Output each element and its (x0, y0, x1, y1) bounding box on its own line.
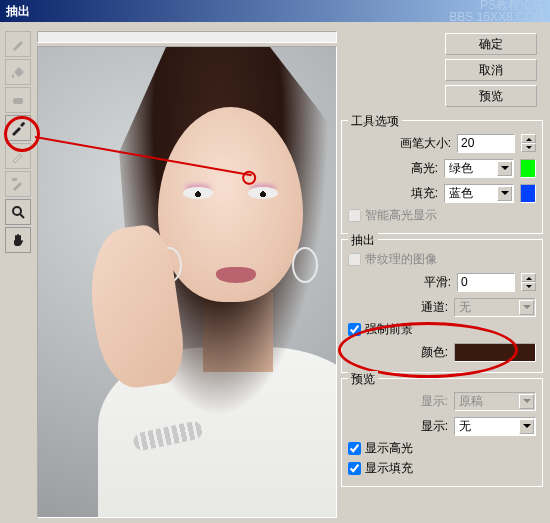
effect-select[interactable]: 无 (454, 417, 536, 436)
portrait-image (38, 47, 336, 517)
highlight-select[interactable]: 绿色 (444, 159, 514, 178)
preview-top-bar (37, 31, 337, 43)
eraser-icon (10, 92, 26, 108)
titlebar: 抽出 PS教程论坛 BBS.16XX8.COM (0, 0, 550, 22)
edge-touchup-tool[interactable] (5, 171, 31, 197)
smart-highlight-checkbox (348, 209, 361, 222)
smooth-input[interactable] (457, 273, 515, 292)
eyedropper-tool[interactable] (5, 115, 31, 141)
highlight-label: 高光: (411, 160, 438, 177)
hand-icon (10, 232, 26, 248)
eraser-tool[interactable] (5, 87, 31, 113)
brush-size-label: 画笔大小: (400, 135, 451, 152)
chevron-down-icon (497, 161, 512, 176)
edge-highlighter-tool[interactable] (5, 31, 31, 57)
fill-swatch (520, 184, 536, 203)
ok-button[interactable]: 确定 (445, 33, 537, 55)
toolbar (5, 27, 33, 518)
textured-checkbox (348, 253, 361, 266)
effect-label: 显示: (421, 418, 448, 435)
cleanup-tool[interactable] (5, 143, 31, 169)
chevron-down-icon (519, 419, 534, 434)
channel-label: 通道: (421, 299, 448, 316)
svg-point-2 (13, 207, 21, 215)
show-fill-checkbox[interactable] (348, 462, 361, 475)
image-preview[interactable] (37, 46, 337, 518)
brush-size-input[interactable] (457, 134, 515, 153)
show-label: 显示: (421, 393, 448, 410)
bucket-icon (10, 64, 26, 80)
preview-column (37, 27, 337, 518)
smooth-label: 平滑: (424, 274, 451, 291)
tool-options-group: 工具选项 画笔大小: 高光: 绿色 填充: 蓝色 智能高光显示 (341, 120, 543, 234)
brush-size-spinner[interactable] (521, 134, 536, 152)
fill-label: 填充: (411, 185, 438, 202)
textured-label: 带纹理的图像 (365, 251, 437, 268)
zoom-icon (10, 204, 26, 220)
cancel-button[interactable]: 取消 (445, 59, 537, 81)
marker-icon (10, 36, 26, 52)
force-foreground-checkbox[interactable] (348, 323, 361, 336)
window-title: 抽出 (6, 3, 30, 20)
extract-title: 抽出 (348, 232, 378, 249)
content-area: 确定 取消 预览 工具选项 画笔大小: 高光: 绿色 填充: 蓝色 (0, 22, 550, 523)
force-foreground-label: 强制前景 (365, 321, 413, 338)
extract-group: 抽出 带纹理的图像 平滑: 通道: 无 强制前景 颜色: (341, 239, 543, 373)
watermark: PS教程论坛 BBS.16XX8.COM (449, 0, 544, 23)
svg-rect-0 (13, 98, 23, 104)
smooth-spinner[interactable] (521, 273, 536, 291)
preview-button[interactable]: 预览 (445, 85, 537, 107)
show-highlight-label: 显示高光 (365, 440, 413, 457)
edge-touchup-icon (10, 176, 26, 192)
eyedropper-icon (9, 119, 27, 137)
smart-highlight-label: 智能高光显示 (365, 207, 437, 224)
fill-select[interactable]: 蓝色 (444, 184, 514, 203)
fill-tool[interactable] (5, 59, 31, 85)
right-panel: 确定 取消 预览 工具选项 画笔大小: 高光: 绿色 填充: 蓝色 (341, 27, 545, 518)
highlight-swatch (520, 159, 536, 178)
cleanup-icon (10, 148, 26, 164)
svg-line-3 (20, 214, 24, 218)
chevron-down-icon (519, 300, 534, 315)
chevron-down-icon (497, 186, 512, 201)
zoom-tool[interactable] (5, 199, 31, 225)
show-select: 原稿 (454, 392, 536, 411)
tool-options-title: 工具选项 (348, 113, 402, 130)
hand-tool[interactable] (5, 227, 31, 253)
color-label: 颜色: (421, 344, 448, 361)
chevron-down-icon (519, 394, 534, 409)
svg-rect-1 (12, 178, 17, 181)
show-fill-label: 显示填充 (365, 460, 413, 477)
preview-title: 预览 (348, 371, 378, 388)
show-highlight-checkbox[interactable] (348, 442, 361, 455)
color-swatch[interactable] (454, 343, 536, 362)
channel-select: 无 (454, 298, 536, 317)
preview-group: 预览 显示: 原稿 显示: 无 显示高光 显示填充 (341, 378, 543, 487)
